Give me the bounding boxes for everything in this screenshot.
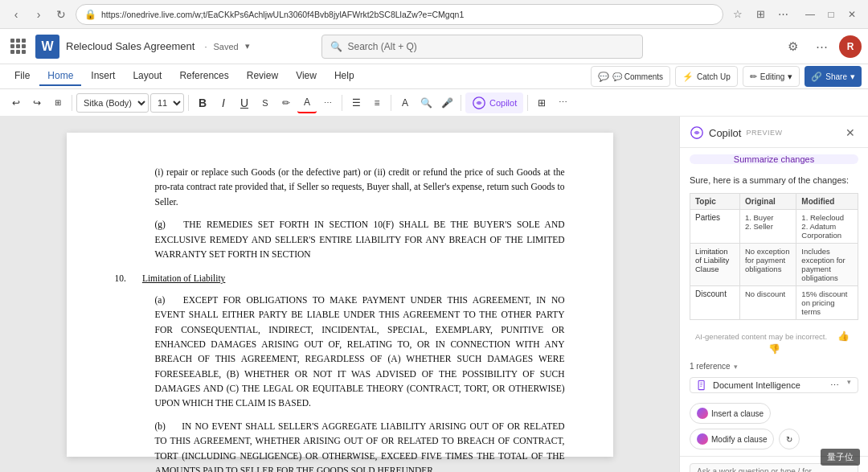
format-more-button[interactable]: ⋯ [318,92,338,113]
doc-para-a: (a) EXCEPT FOR OBLIGATIONS TO MAKE PAYME… [115,293,565,411]
font-family-select[interactable]: Sitka (Body) [76,93,149,113]
refresh-button[interactable]: ↻ [779,429,800,449]
find-button[interactable]: 🔍 [416,92,436,113]
view-options-button[interactable]: ⊞ [532,92,551,113]
font-color-button[interactable]: A [297,92,317,113]
modify-clause-label: Modify a clause [711,435,767,444]
summarize-changes-button[interactable]: Summarize changes [690,154,858,164]
document: (i) repair or replace such Goods (or the… [67,133,613,457]
doc-intel-chevron: ▾ [847,378,851,392]
copilot-action-buttons: Insert a clause Modify a clause ↻ [680,396,868,456]
app-more-button[interactable]: ⋯ [810,35,833,58]
copilot-toolbar-button[interactable]: Copilot [465,92,523,113]
browser-more-button[interactable]: ⋯ [773,5,792,24]
separator1 [72,95,72,111]
close-button[interactable]: ✕ [842,5,862,24]
catchup-button[interactable]: ⚡ Catch Up [675,66,738,87]
tab-references[interactable]: References [171,67,236,86]
modify-clause-button[interactable]: Modify a clause [690,429,774,449]
maximize-button[interactable]: □ [821,5,841,24]
tab-help[interactable]: Help [326,67,362,86]
copilot-references[interactable]: 1 reference ▾ [680,359,868,374]
section-10-num: 10. [115,271,126,285]
copilot-preview-badge: PREVIEW [746,129,782,137]
minimize-button[interactable]: — [800,5,820,24]
address-bar[interactable]: 🔒 https://onedrive.live.com/w;t/EaCKkPs6… [76,4,723,25]
align-button[interactable]: ≡ [367,92,387,113]
refresh-button[interactable]: ↻ [51,5,71,24]
thumbs-up-button[interactable]: 👍 [833,330,853,343]
tab-view[interactable]: View [288,67,325,86]
para-g-prefix: (g) [155,220,166,229]
document-area[interactable]: (i) repair or replace such Goods (or the… [0,117,679,472]
italic-button[interactable]: I [214,92,233,113]
share-chevron: ▾ [850,72,855,82]
copilot-header: Copilot PREVIEW ✕ [680,117,868,148]
share-button[interactable]: 🔗 Share ▾ [805,66,862,87]
saved-chevron: ▾ [245,41,250,51]
highlight-button[interactable]: ✏ [276,92,296,113]
doc-intel-more-button[interactable]: ⋯ [825,378,844,392]
col-topic: Topic [690,194,740,210]
row1-topic: Parties [690,210,740,244]
table-row: Parties 1. Buyer2. Seller 1. Relecloud2.… [690,210,858,244]
saved-status: Saved [214,42,239,51]
browser-nav: ‹ › ↻ [6,5,71,24]
row3-original: No discount [739,286,796,320]
row3-topic: Discount [690,286,740,320]
para-a-text: EXCEPT FOR OBLIGATIONS TO MAKE PAYMENT U… [155,295,565,408]
url-text: https://onedrive.live.com/w;t/EaCKkPs6Ac… [101,10,464,19]
tab-file[interactable]: File [6,67,38,86]
toolbar-more-button[interactable]: ⋯ [553,92,572,113]
back-button[interactable]: ‹ [6,5,26,24]
search-box[interactable]: 🔍 Search (Alt + Q) [321,35,643,59]
tab-home[interactable]: Home [39,67,81,86]
editing-chevron: ▾ [788,72,792,82]
word-logo: W [35,35,59,59]
comments-icon: 💬 [598,72,609,82]
doc-para-b: (b) IN NO EVENT SHALL SELLER'S AGGREGATE… [115,419,565,472]
separator3 [342,95,342,111]
share-label: Share [825,72,847,81]
tab-review[interactable]: Review [239,67,286,86]
waffle-menu[interactable] [6,35,29,58]
catchup-icon: ⚡ [682,72,694,82]
collections-button[interactable]: ⊞ [751,5,770,24]
doc-para-g: (g) THE REMEDIES SET FORTH IN SECTION 10… [115,217,565,261]
underline-button[interactable]: U [235,92,254,113]
table-row: Limitation of Liability Clause No except… [690,244,858,286]
table-row: Discount No discount 15% discount on pri… [690,286,858,320]
redo-button[interactable]: ↪ [27,92,47,113]
format-button[interactable]: ⊞ [48,92,68,113]
editing-button[interactable]: ✏ Editing ▾ [743,66,800,87]
font-size-select[interactable]: 11 [150,93,184,113]
copilot-close-button[interactable]: ✕ [842,125,858,141]
favorites-button[interactable]: ☆ [728,5,747,24]
row1-modified: 1. Relecloud2. Adatum Corporation [796,210,858,244]
user-avatar[interactable]: R [839,35,862,58]
separator4 [391,95,391,111]
style-button[interactable]: A [395,92,415,113]
tab-layout[interactable]: Layout [125,67,170,86]
bold-button[interactable]: B [193,92,212,113]
section-10-title: Limitation of Liability [142,271,225,285]
browser-actions: ☆ ⊞ ⋯ [728,5,792,24]
thumbs-down-button[interactable]: 👎 [764,343,784,355]
copilot-toolbar-icon [472,96,486,110]
document-intelligence-selector[interactable]: Document Intelligence ⋯ ▾ [690,377,858,393]
mic-button[interactable]: 🎤 [437,92,457,113]
strikethrough-button[interactable]: S [256,92,275,113]
toolbar: ↩ ↪ ⊞ Sitka (Body) 11 B I U S ✏ A ⋯ ☰ ≡ … [0,89,868,117]
forward-button[interactable]: › [29,5,48,24]
modify-clause-icon [697,433,708,445]
doc-intel-label: Document Intelligence [713,380,800,390]
list-button[interactable]: ☰ [346,92,366,113]
settings-button[interactable]: ⚙ [781,35,804,58]
copilot-panel: Copilot PREVIEW ✕ Summarize changes Sure… [679,117,868,472]
comments-button[interactable]: 💬 💬 Comments [591,66,670,87]
undo-button[interactable]: ↩ [6,92,26,113]
references-chevron: ▾ [734,363,738,371]
separator6 [527,95,528,111]
tab-insert[interactable]: Insert [83,67,123,86]
insert-clause-button[interactable]: Insert a clause [690,403,771,424]
